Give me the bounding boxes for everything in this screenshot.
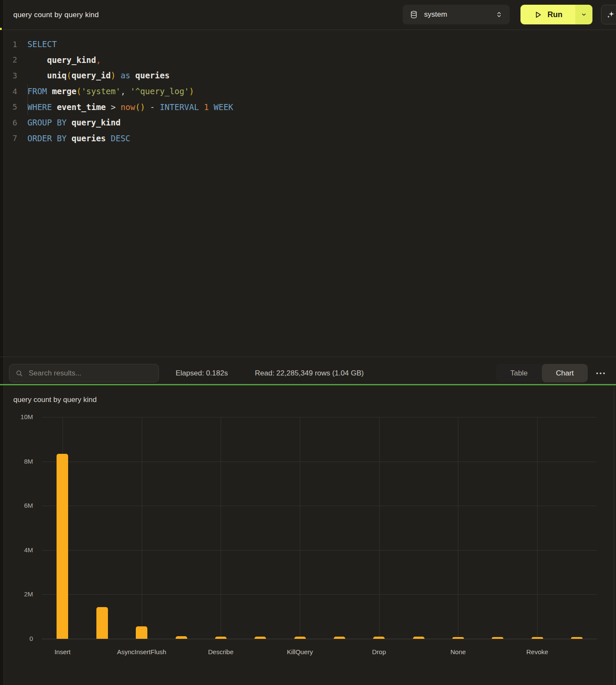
database-selector-value: system xyxy=(424,10,447,19)
code-text: query_kind, xyxy=(27,52,101,68)
h-gridline xyxy=(42,462,597,462)
chart-bar[interactable] xyxy=(176,636,187,639)
elapsed-stat: Elapsed: 0.182s xyxy=(176,364,228,382)
h-gridline xyxy=(42,594,597,595)
panel-right-edge xyxy=(614,385,614,685)
code-text: WHERE event_time > now() - INTERVAL 1 WE… xyxy=(27,99,233,115)
code-text: ORDER BY queries DESC xyxy=(27,131,130,146)
x-axis-category-label: Insert xyxy=(28,648,97,655)
indent-guide xyxy=(27,84,28,115)
view-toggle: Table Chart xyxy=(496,364,588,382)
chart-bar[interactable] xyxy=(452,637,464,639)
x-axis-category-label: None xyxy=(424,648,492,655)
chevron-down-icon xyxy=(581,12,587,18)
line-number: 2 xyxy=(0,52,17,68)
chart-bar[interactable] xyxy=(373,637,385,639)
chart-bar[interactable] xyxy=(57,454,68,639)
y-axis-tick-label: 8M xyxy=(7,458,33,465)
line-number: 5 xyxy=(0,99,17,115)
y-axis-tick-label: 2M xyxy=(7,590,33,598)
line-number: 6 xyxy=(0,115,17,131)
run-button-label: Run xyxy=(547,10,562,19)
x-axis-category-label: KillQuery xyxy=(266,648,334,655)
sql-editor[interactable]: 1SELECT2 query_kind,3 uniq(query_id) as … xyxy=(0,30,616,357)
updown-chevron-icon xyxy=(495,11,503,18)
editor-marker xyxy=(0,28,2,30)
code-line: 7ORDER BY queries DESC xyxy=(0,131,616,146)
tab-chart[interactable]: Chart xyxy=(542,364,588,382)
x-axis-line xyxy=(42,639,597,639)
line-number: 3 xyxy=(0,68,17,83)
v-gridline xyxy=(221,417,221,639)
y-axis-tick-label: 0 xyxy=(7,635,33,642)
h-gridline xyxy=(42,417,597,417)
chart-bar[interactable] xyxy=(532,637,543,639)
x-axis-category-label: Drop xyxy=(345,648,413,655)
chart-title: query count by query kind xyxy=(13,396,97,404)
code-text: GROUP BY query_kind xyxy=(27,115,120,131)
search-results-input[interactable] xyxy=(28,369,153,378)
results-toolbar: Elapsed: 0.182s Read: 22,285,349 rows (1… xyxy=(0,357,616,384)
database-icon xyxy=(410,10,418,19)
code-line: 2 query_kind, xyxy=(0,52,616,68)
chart-bar[interactable] xyxy=(254,637,266,639)
code-line: 4FROM merge('system', '^query_log') xyxy=(0,83,616,99)
y-axis-tick-label: 4M xyxy=(7,546,33,554)
v-gridline xyxy=(458,417,458,639)
chart-bar[interactable] xyxy=(294,637,306,639)
ai-assist-button[interactable] xyxy=(601,5,616,24)
line-number: 1 xyxy=(0,36,17,52)
chart-bar[interactable] xyxy=(334,637,345,639)
code-line: 6GROUP BY query_kind xyxy=(0,115,616,131)
x-axis-category-label: Describe xyxy=(186,648,255,655)
h-gridline xyxy=(42,550,597,551)
read-stat: Read: 22,285,349 rows (1.04 GB) xyxy=(255,364,364,382)
query-toolbar: query count by query kind system xyxy=(0,0,616,30)
code-text: SELECT xyxy=(27,36,57,52)
code-text: uniq(query_id) as queries xyxy=(27,68,170,83)
sql-code: 1SELECT2 query_kind,3 uniq(query_id) as … xyxy=(0,36,616,146)
database-selector[interactable]: system xyxy=(403,5,510,24)
v-gridline xyxy=(142,417,142,639)
chart-bar[interactable] xyxy=(215,637,227,639)
x-axis-category-label: AsyncInsertFlush xyxy=(108,648,176,655)
v-gridline xyxy=(537,417,538,639)
line-number: 4 xyxy=(0,83,17,99)
line-number: 7 xyxy=(0,131,17,146)
search-results-box xyxy=(9,364,159,382)
sql-console-window: query count by query kind system xyxy=(0,0,616,685)
tab-table[interactable]: Table xyxy=(496,364,542,382)
code-line: 1SELECT xyxy=(0,36,616,52)
panel-divider-accent xyxy=(0,384,616,385)
run-options-dropdown[interactable] xyxy=(575,5,592,24)
code-line: 3 uniq(query_id) as queries xyxy=(0,68,616,83)
chart-bar[interactable] xyxy=(136,626,147,639)
query-title: query count by query kind xyxy=(13,0,99,30)
more-options-button[interactable] xyxy=(592,364,609,382)
search-icon xyxy=(15,369,23,377)
code-text: FROM merge('system', '^query_log') xyxy=(27,83,194,99)
chart-bar[interactable] xyxy=(571,637,583,639)
v-gridline xyxy=(300,417,300,639)
sparkle-icon xyxy=(606,10,616,19)
h-gridline xyxy=(42,506,597,506)
run-button[interactable]: Run xyxy=(520,5,575,24)
y-axis-tick-label: 10M xyxy=(7,413,33,420)
chart-bar[interactable] xyxy=(96,607,108,639)
chart-bar[interactable] xyxy=(413,637,425,639)
y-axis-tick-label: 6M xyxy=(7,502,33,509)
chart-bar[interactable] xyxy=(492,637,503,639)
x-axis-category-label: Revoke xyxy=(503,648,571,655)
play-icon xyxy=(533,10,542,19)
v-gridline xyxy=(379,417,380,639)
run-button-group: Run xyxy=(520,5,592,24)
code-line: 5WHERE event_time > now() - INTERVAL 1 W… xyxy=(0,99,616,115)
